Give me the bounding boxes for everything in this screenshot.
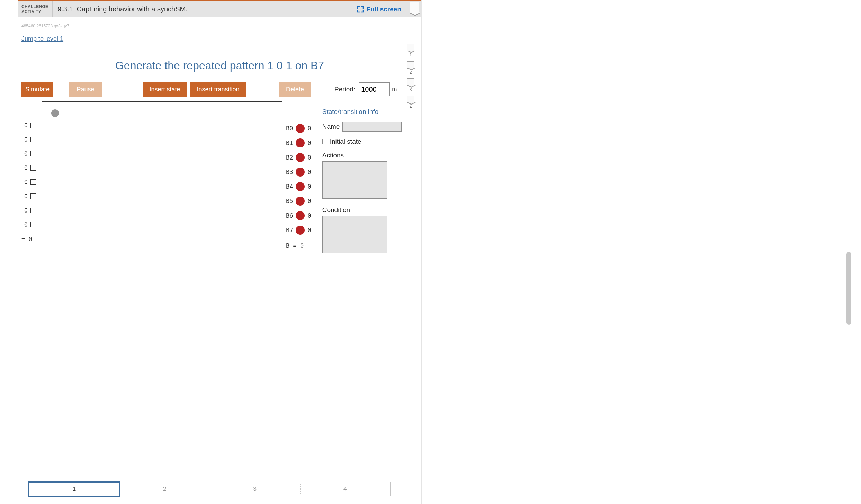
b-output-row: B00 [286,124,311,133]
activity-header: CHALLENGE ACTIVITY 9.3.1: Capturing beha… [18,0,421,17]
period-group: Period: m [334,82,397,96]
b-output-row: B60 [286,211,311,220]
a-input-checkbox[interactable] [30,194,36,199]
b-label: B5 [286,198,293,205]
prompt-title: Generate the repeated pattern 1 0 1 on B… [21,59,418,72]
b-value: 0 [307,125,311,132]
simulation-body: 0 0 0 0 0 0 0 0 = 0 B00 B10 B20 [21,101,418,261]
actions-textarea[interactable] [322,161,387,199]
name-input[interactable] [342,122,402,132]
a-input-checkbox[interactable] [30,179,36,185]
level-sidebar-item-1[interactable]: 1 [406,44,415,57]
level-num: 4 [410,105,412,109]
b-output-row: B40 [286,182,311,191]
info-panel: State/transition info Name Initial state… [322,108,388,261]
level-sidebar-item-2[interactable]: 2 [406,61,415,75]
bookmark-icon [410,2,419,14]
period-input[interactable] [359,82,390,96]
level-tab-4[interactable]: 4 [300,482,391,496]
content-area: 485460.2615738.qx3zqy7 Jump to level 1 1… [18,17,421,261]
period-label: Period: [334,86,355,93]
actions-label: Actions [322,152,388,159]
b-value: 0 [307,227,311,234]
scrollbar-thumb[interactable] [846,252,851,325]
initial-state-label: Initial state [330,138,361,145]
a-input-row: 0 [24,136,36,143]
info-heading: State/transition info [322,108,388,116]
level-sidebar-item-3[interactable]: 3 [406,78,415,92]
a-input-checkbox[interactable] [30,123,36,128]
initial-state-dot[interactable] [51,109,59,117]
a-input-value: 0 [24,179,28,186]
level-num: 2 [410,70,412,75]
insert-state-button[interactable]: Insert state [143,82,187,97]
a-input-row: 0 [24,122,36,129]
a-input-checkbox[interactable] [30,208,36,213]
level-sidebar: 1 2 3 4 [406,44,415,109]
name-label: Name [322,123,340,130]
b-label: B0 [286,125,293,132]
b-total: B = 0 [286,242,311,249]
level-sidebar-item-4[interactable]: 4 [406,96,415,109]
a-input-value: 0 [24,221,28,228]
name-row: Name [322,122,388,132]
condition-textarea[interactable] [322,216,387,253]
b-label: B3 [286,169,293,176]
a-input-checkbox[interactable] [30,222,36,227]
a-input-row: 0 [24,207,36,214]
b-value: 0 [307,212,311,219]
led-icon [296,211,305,220]
level-tab-3[interactable]: 3 [210,482,300,496]
a-inputs-column: 0 0 0 0 0 0 0 0 = 0 [21,101,37,243]
a-total: = 0 [21,236,37,243]
initial-state-checkbox[interactable] [322,139,327,144]
a-input-checkbox[interactable] [30,151,36,156]
condition-label: Condition [322,206,388,214]
a-input-value: 0 [24,193,28,200]
b-label: B4 [286,183,293,190]
a-input-checkbox[interactable] [30,165,36,171]
fullscreen-button[interactable]: Full screen [357,1,407,17]
level-badge-icon [407,61,414,69]
led-icon [296,153,305,162]
b-label: B7 [286,227,293,234]
led-icon [296,182,305,191]
period-unit: m [392,86,397,93]
a-input-value: 0 [24,150,28,157]
b-output-row: B10 [286,138,311,147]
simulate-button[interactable]: Simulate [21,82,53,97]
level-num: 3 [410,87,412,92]
a-input-checkbox[interactable] [30,137,36,142]
a-input-row: 0 [24,179,36,186]
level-tab-2[interactable]: 2 [120,482,210,496]
led-icon [296,124,305,133]
b-output-row: B70 [286,226,311,235]
a-input-value: 0 [24,207,28,214]
a-input-value: 0 [24,136,28,143]
b-output-row: B50 [286,197,311,206]
activity-type-line1: CHALLENGE [21,4,52,9]
level-badge-icon [407,96,414,103]
jump-to-level-link[interactable]: Jump to level 1 [21,35,63,43]
a-input-row: 0 [24,164,36,171]
led-icon [296,226,305,235]
b-value: 0 [307,183,311,190]
a-input-row: 0 [24,221,36,228]
level-tab-1[interactable]: 1 [28,482,120,497]
state-machine-canvas[interactable] [42,101,282,237]
fullscreen-label: Full screen [367,6,401,13]
led-icon [296,197,305,206]
initial-state-row: Initial state [322,138,388,145]
b-label: B2 [286,154,293,161]
pause-button[interactable]: Pause [69,82,102,97]
a-input-row: 0 [24,150,36,157]
level-badge-icon [407,44,414,51]
insert-transition-button[interactable]: Insert transition [190,82,246,97]
delete-button[interactable]: Delete [279,82,311,97]
b-value: 0 [307,154,311,161]
level-badge-icon [407,78,414,86]
b-value: 0 [307,169,311,176]
level-navigation-bar: 1 2 3 4 [28,482,391,496]
activity-type-line2: ACTIVITY [21,9,52,14]
bookmark-badge[interactable] [407,1,421,17]
